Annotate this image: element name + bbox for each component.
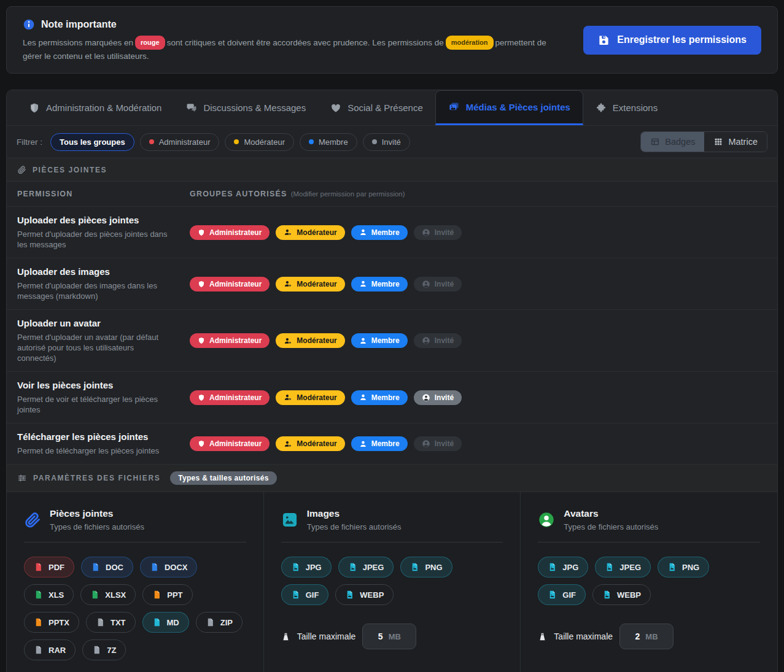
filter-pill-administrateur[interactable]: Administrateur [140, 133, 220, 151]
group-badge-invite[interactable]: Invité [414, 225, 462, 240]
permission-row-voir-les-pieces-jointes: Voir les pièces jointesPermet de voir et… [7, 372, 777, 423]
file-settings-title: PARAMÈTRES DES FICHIERS [33, 474, 160, 482]
filter-label: Filtrer : [17, 137, 42, 147]
userCog-icon [284, 280, 292, 288]
file-column-images: ImagesTypes de fichiers autorisésJPGJPEG… [264, 492, 521, 672]
file-file-icon [34, 562, 43, 572]
max-size-input[interactable]: 5MB [362, 624, 416, 649]
userCircle-icon [422, 336, 430, 345]
user-icon [359, 337, 367, 345]
filetype-chip-png[interactable]: PNG [400, 557, 452, 577]
group-badge-membre[interactable]: Membre [351, 333, 408, 348]
file-column-title: Avatars [564, 508, 658, 519]
image-file-icon [667, 562, 677, 572]
group-badge-moderateur[interactable]: Modérateur [276, 225, 344, 240]
group-badge-membre[interactable]: Membre [351, 277, 408, 292]
paperclip-blue-icon [24, 511, 41, 528]
group-badge-membre[interactable]: Membre [351, 390, 408, 405]
permission-title: Uploader un avatar [17, 318, 175, 328]
filetype-chip-xlsx[interactable]: XLSX [80, 584, 136, 605]
group-badge-invite[interactable]: Invité [414, 436, 462, 451]
group-badge-invite[interactable]: Invité [414, 390, 462, 405]
shieldS-icon [198, 280, 205, 288]
filetype-chip-rar[interactable]: RAR [24, 639, 76, 660]
file-column-title: Images [307, 508, 402, 519]
shieldS-icon [198, 229, 205, 236]
tab-discussions-messages[interactable]: Discussions & Messages [174, 90, 318, 125]
tab-extensions[interactable]: Extensions [583, 90, 670, 125]
group-badge-moderateur[interactable]: Modérateur [276, 436, 344, 451]
file-file-icon [34, 590, 43, 600]
max-size-label: Taille maximale [554, 631, 613, 641]
file-file-icon [91, 562, 100, 572]
filetype-chip-jpeg[interactable]: JPEG [338, 557, 394, 577]
filetype-chip-txt[interactable]: TXT [86, 612, 136, 633]
group-badge-administrateur[interactable]: Administrateur [190, 277, 270, 292]
userCircle-icon [422, 393, 430, 402]
filetype-chip-zip[interactable]: ZIP [196, 612, 243, 633]
filetype-chip-7z[interactable]: 7Z [82, 639, 126, 660]
tab-medias-pieces-jointes[interactable]: Médias & Pièces jointes [435, 90, 583, 125]
save-permissions-button[interactable]: Enregistrer les permissions [583, 26, 761, 55]
filetype-chip-pdf[interactable]: PDF [24, 557, 74, 577]
group-badge-administrateur[interactable]: Administrateur [190, 390, 270, 405]
image-file-icon [548, 562, 557, 572]
filetype-chip-png[interactable]: PNG [658, 557, 709, 577]
userCog-icon [284, 228, 292, 236]
file-settings-header: PARAMÈTRES DES FICHIERS Types & tailles … [7, 464, 777, 492]
heart-icon [330, 102, 341, 114]
filetype-chip-pptx[interactable]: PPTX [24, 612, 79, 633]
filetype-chip-jpg[interactable]: JPG [281, 557, 332, 577]
max-size-input[interactable]: 2MB [619, 624, 673, 649]
user-icon [359, 393, 367, 401]
group-badge-membre[interactable]: Membre [351, 225, 408, 240]
filter-pill-membre[interactable]: Membre [300, 133, 357, 151]
view-badges-button[interactable]: Badges [641, 132, 704, 152]
group-badge-moderateur[interactable]: Modérateur [276, 390, 344, 405]
filetype-chip-webp[interactable]: WEBP [592, 584, 651, 605]
filetype-chip-jpeg[interactable]: JPEG [595, 557, 651, 577]
filetype-chip-xls[interactable]: XLS [24, 584, 74, 605]
view-toggle: BadgesMatrice [640, 131, 767, 152]
important-note-card: Note importante Les permissions marquées… [6, 6, 778, 74]
permissions-panel: Administration & ModérationDiscussions &… [6, 90, 778, 672]
filetype-chips: JPGJPEGPNGGIFWEBP [538, 557, 760, 605]
file-column-pieces-jointes: Pièces jointesTypes de fichiers autorisé… [7, 492, 264, 672]
weight-icon [538, 632, 547, 641]
filetype-chip-webp[interactable]: WEBP [335, 584, 394, 605]
puzzle-icon [596, 102, 607, 114]
filetype-chip-jpg[interactable]: JPG [538, 557, 588, 577]
group-color-dot [234, 139, 239, 144]
page: Note importante Les permissions marquées… [0, 0, 784, 672]
filetype-chip-docx[interactable]: DOCX [140, 557, 198, 577]
file-column-subtitle: Types de fichiers autorisés [307, 522, 402, 531]
image-file-icon [602, 590, 611, 600]
filter-pill-moderateur[interactable]: Modérateur [225, 133, 293, 151]
group-badge-administrateur[interactable]: Administrateur [190, 225, 270, 240]
file-columns: Pièces jointesTypes de fichiers autorisé… [7, 492, 777, 672]
group-badge-administrateur[interactable]: Administrateur [190, 333, 270, 348]
tab-social-presence[interactable]: Social & Présence [318, 90, 435, 125]
group-badge-moderateur[interactable]: Modérateur [276, 333, 344, 348]
filetype-chip-md[interactable]: MD [142, 612, 189, 633]
filetype-chip-gif[interactable]: GIF [538, 584, 586, 605]
group-badge-membre[interactable]: Membre [351, 436, 408, 451]
group-badge-invite[interactable]: Invité [414, 277, 462, 292]
filter-pill-tous-les-groupes[interactable]: Tous les groupes [50, 133, 134, 151]
group-color-dot [372, 139, 377, 144]
filetype-chip-gif[interactable]: GIF [281, 584, 329, 605]
group-badge-moderateur[interactable]: Modérateur [276, 277, 344, 292]
view-matrice-button[interactable]: Matrice [704, 132, 767, 152]
filetype-chip-ppt[interactable]: PPT [142, 584, 192, 605]
tab-administration-moderation[interactable]: Administration & Modération [17, 90, 174, 125]
permission-description: Permet d'uploader un avatar (par défaut … [17, 332, 175, 363]
shieldS-icon [198, 337, 205, 344]
group-badge-invite[interactable]: Invité [414, 333, 462, 348]
filter-pill-invite[interactable]: Invité [363, 133, 410, 151]
group-badge-administrateur[interactable]: Administrateur [190, 436, 270, 451]
filetype-chip-doc[interactable]: DOC [81, 557, 133, 577]
user-icon [359, 440, 367, 448]
file-file-icon [152, 590, 161, 600]
max-size-label: Taille maximale [297, 631, 356, 641]
permission-description: Permet de voir et télécharger les pièces… [17, 394, 175, 415]
